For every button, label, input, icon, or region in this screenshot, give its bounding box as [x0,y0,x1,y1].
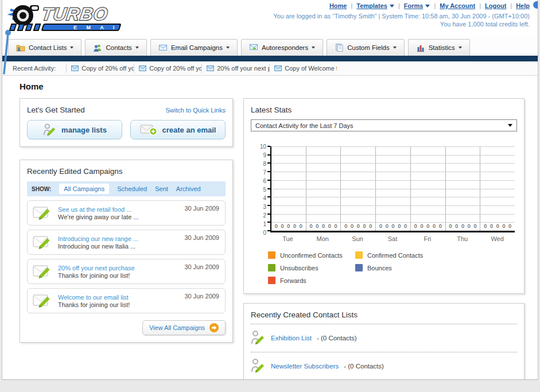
credits-line: You have 1,000 total credits left. [273,20,530,28]
chart-value-labels: 00000 [446,223,480,229]
chart-value-label: 0 [316,223,318,229]
nav-tab-contacts[interactable]: Contacts [85,39,146,56]
tab-scheduled[interactable]: Scheduled [117,185,147,192]
autoresponders-icon [249,43,258,52]
statistics-icon [416,43,425,52]
legend-swatch-icon [268,277,275,284]
chart-value-labels: 00000 [306,223,341,229]
switch-quick-links[interactable]: Switch to Quick Links [165,107,226,114]
y-axis-tick-label: 7 [263,169,266,176]
contact-list-link[interactable]: Newsletter Subscribers [271,363,339,370]
y-axis-tick-label: 8 [263,161,266,167]
legend-item: Confirmed Contacts [355,251,442,259]
chart-value-label: 0 [300,223,302,229]
chevron-down-icon [393,46,397,49]
nav-tab-statistics[interactable]: Statistics [408,39,470,56]
campaign-title-link[interactable]: Welcome to our email list [58,294,130,301]
contact-activity-chart: 012345678910 000000000000000000000000000… [254,146,515,242]
campaign-title-link[interactable]: Introducing our new range ... [58,235,138,242]
x-axis-label: Fri [410,235,445,242]
chart-value-label: 0 [287,223,290,229]
email-campaigns-icon [158,43,168,52]
y-axis-tick-label: 9 [263,152,266,158]
chart-value-label: 0 [335,223,337,229]
tab-all-campaigns[interactable]: All Campaigns [59,184,109,194]
campaign-row: See us at the retail food ... We're givi… [27,200,226,226]
tab-archived[interactable]: Archived [176,185,201,192]
recent-activity-item[interactable]: Copy of 20% off yo [66,64,134,73]
button-label: manage lists [61,126,107,134]
header-link-help[interactable]: Help [516,2,530,9]
y-axis-tick-label: 0 [263,230,266,236]
campaign-date: 30 Jun 2009 [184,205,219,212]
navy-divider-bar [2,56,538,61]
y-axis-tick-label: 3 [263,204,266,210]
y-axis-tick [267,162,270,164]
campaign-date: 30 Jun 2009 [184,293,219,300]
nav-tab-email-campaigns[interactable]: Email Campaigns [150,39,238,56]
header-link-forms[interactable]: Forms [404,2,430,9]
nav-tab-contact-lists[interactable]: Contact Lists [8,39,81,56]
button-label: View All Campaigns [149,324,205,331]
chart-value-label: 0 [322,223,325,229]
campaign-title-link[interactable]: 20% off your next purchase [58,265,135,271]
header-link-templates[interactable]: Templates [356,2,394,9]
chart-gridline [271,155,515,156]
arrow-circle-icon [209,323,219,332]
view-all-campaigns-button[interactable]: View All Campaigns [142,320,226,335]
latest-stats-panel: Latest Stats Contact Activity for the La… [243,98,525,294]
y-axis-tick-label: 10 [260,143,266,150]
contact-list-link[interactable]: Exhibition List [271,335,312,341]
get-started-title: Let's Get Started [27,106,85,114]
header-links: Home | Templates | Forms | My Account | … [273,2,530,9]
legend-label: Forwards [280,277,306,284]
legend-label: Unsubscribes [280,265,318,271]
stats-period-select[interactable]: Contact Activity for the Last 7 Days [251,119,517,131]
chart-gridline [271,205,515,206]
chart-value-label: 0 [414,223,417,229]
campaign-title-link[interactable]: See us at the retail food ... [58,206,139,213]
chart-value-label: 0 [484,223,487,229]
y-axis-tick [267,146,270,147]
nav-tab-custom-fields[interactable]: Custom Fields [327,39,405,56]
envelope-icon [207,65,214,71]
recent-activity-item[interactable]: Copy of Welcome to [269,64,337,73]
contact-list-row: Newsletter Subscribers - (0 Contacts) [251,357,517,375]
create-email-button[interactable]: create an email [130,120,226,139]
list-edit-icon [251,358,266,374]
x-axis-label: Tue [270,235,305,242]
legend-label: Bounces [367,265,392,271]
recent-activity-item[interactable]: 20% off your next p [201,64,269,73]
contact-list-detail: - (0 Contacts) [344,363,384,370]
y-axis-tick [267,205,270,206]
envelope-icon [274,65,282,71]
chart-value-label: 0 [439,223,442,229]
legend-swatch-icon [268,251,275,259]
recent-activity-item[interactable]: Copy of 20% off yo [134,64,201,73]
tab-sent[interactable]: Sent [155,185,168,192]
nav-tab-autoresponders[interactable]: Autoresponders [241,39,323,56]
page-title: Home [20,81,538,91]
chart-value-label: 0 [357,223,360,229]
y-axis-tick [267,222,270,223]
y-axis-tick [267,188,270,189]
chart-gridline [271,197,515,197]
get-started-panel: Let's Get Started Switch to Quick Links … [20,98,233,147]
nav-label: Contacts [106,44,131,51]
header-link-home[interactable]: Home [329,2,347,9]
separator: | [479,2,481,9]
manage-lists-button[interactable]: manage lists [27,120,122,139]
dotted-divider [251,352,517,352]
y-axis-tick [267,196,270,197]
campaign-row: Welcome to our email list Thanks for joi… [27,288,226,313]
campaign-edit-icon [33,234,53,250]
recent-activity-bar: Recent Activity: Copy of 20% off yo Copy… [2,61,538,76]
chart-value-label: 0 [281,223,284,229]
show-label: SHOW: [32,186,51,192]
header-link-logout[interactable]: Logout [485,2,506,9]
header-link-my-account[interactable]: My Account [440,2,475,9]
chart-value-labels: 00000 [480,223,515,229]
recent-activity-label: Recent Activity: [13,65,56,72]
y-axis-tick-label: 4 [263,195,266,201]
y-axis-tick-label: 1 [263,221,266,227]
